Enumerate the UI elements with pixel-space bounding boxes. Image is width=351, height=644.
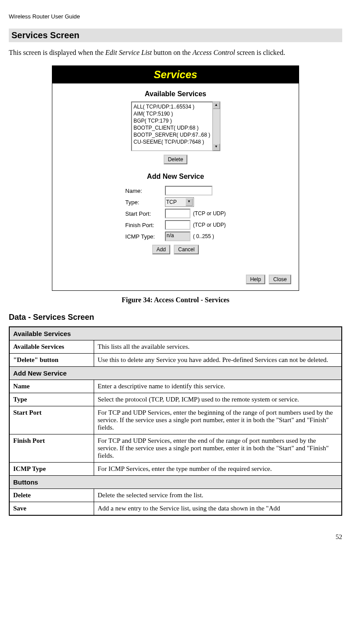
data-section-heading: Data - Services Screen — [9, 313, 342, 322]
row-label: Available Services — [9, 340, 94, 354]
intro-paragraph: This screen is displayed when the Edit S… — [9, 49, 342, 57]
table-section-header: Available Services — [9, 327, 342, 340]
dialog-title: Services — [52, 66, 299, 83]
table-row: Type Select the protocol (TCP, UDP, ICMP… — [9, 393, 342, 406]
start-port-input[interactable] — [165, 209, 190, 218]
page-number: 52 — [9, 533, 342, 541]
row-label: Save — [9, 502, 94, 516]
list-item[interactable]: BGP( TCP:179 ) — [133, 117, 219, 124]
row-text: This lists all the available services. — [94, 340, 342, 354]
delete-button[interactable]: Delete — [164, 155, 188, 164]
add-button[interactable]: Add — [152, 245, 170, 254]
list-item[interactable]: CU-SEEME( TCP/UDP:7648 ) — [133, 138, 219, 145]
table-row: Name Enter a descriptive name to identif… — [9, 380, 342, 393]
table-section-header: Buttons — [9, 476, 342, 489]
start-port-label: Start Port: — [125, 210, 165, 217]
row-text: For ICMP Services, enter the type number… — [94, 463, 342, 476]
icmp-suffix: ( 0..255 ) — [193, 233, 214, 239]
scroll-down-icon[interactable]: ▼ — [213, 144, 220, 151]
list-item[interactable]: AIM( TCP:5190 ) — [133, 110, 219, 117]
section-cell: Available Services — [9, 327, 342, 340]
table-row: Delete Delete the selected service from … — [9, 489, 342, 502]
scrollbar[interactable]: ▲ ▼ — [212, 101, 220, 151]
chevron-down-icon: ▼ — [186, 198, 193, 206]
row-text: Delete the selected service from the lis… — [94, 489, 342, 502]
table-section-header: Add New Service — [9, 367, 342, 380]
scroll-up-icon[interactable]: ▲ — [213, 102, 220, 109]
icmp-type-input: n/a — [165, 232, 190, 241]
table-row: Start Port For TCP and UDP Services, ent… — [9, 406, 342, 434]
table-row: Available Services This lists all the av… — [9, 340, 342, 354]
close-button[interactable]: Close — [269, 275, 291, 284]
section-cell: Buttons — [9, 476, 342, 489]
table-row: Finish Port For TCP and UDP Services, en… — [9, 434, 342, 463]
row-text: For TCP and UDP Services, enter the end … — [94, 434, 342, 463]
figure-container: Services Available Services ALL( TCP/UDP… — [9, 65, 342, 304]
finish-port-label: Finish Port: — [125, 222, 165, 228]
type-label: Type: — [125, 199, 165, 206]
table-row: Save Add a new entry to the Service list… — [9, 502, 342, 516]
list-item[interactable]: BOOTP_CLIENT( UDP:68 ) — [133, 124, 219, 131]
row-text: Select the protocol (TCP, UDP, ICMP) use… — [94, 393, 342, 406]
name-input[interactable] — [165, 186, 212, 195]
add-service-heading: Add New Service — [66, 173, 285, 181]
finish-port-input[interactable] — [165, 220, 190, 230]
section-cell: Add New Service — [9, 367, 342, 380]
list-item[interactable]: BOOTP_SERVER( UDP:67..68 ) — [133, 131, 219, 138]
row-text: Use this to delete any Service you have … — [94, 354, 342, 367]
services-dialog: Services Available Services ALL( TCP/UDP… — [52, 65, 299, 291]
port-suffix: (TCP or UDP) — [193, 222, 226, 228]
section-title: Services Screen — [9, 29, 342, 42]
row-label: ICMP Type — [9, 463, 94, 476]
list-item[interactable]: ALL( TCP/UDP:1..65534 ) — [133, 103, 219, 110]
help-button[interactable]: Help — [246, 275, 266, 284]
page-header: Wireless Router User Guide — [9, 13, 342, 20]
table-row: ICMP Type For ICMP Services, enter the t… — [9, 463, 342, 476]
available-services-heading: Available Services — [66, 90, 285, 98]
row-text: Enter a descriptive name to identify thi… — [94, 380, 342, 393]
row-text: For TCP and UDP Services, enter the begi… — [94, 406, 342, 434]
row-label: Delete — [9, 489, 94, 502]
icmp-type-label: ICMP Type: — [125, 233, 165, 240]
row-label: Type — [9, 393, 94, 406]
row-text: Add a new entry to the Service list, usi… — [94, 502, 342, 516]
row-label: Name — [9, 380, 94, 393]
data-table: Available Services Available Services Th… — [9, 326, 342, 516]
port-suffix: (TCP or UDP) — [193, 210, 226, 217]
name-label: Name: — [125, 188, 165, 194]
type-select[interactable]: TCP ▼ — [165, 197, 194, 207]
cancel-button[interactable]: Cancel — [174, 245, 199, 254]
figure-caption: Figure 34: Access Control - Services — [9, 296, 342, 304]
row-label: "Delete" button — [9, 354, 94, 367]
table-row: "Delete" button Use this to delete any S… — [9, 354, 342, 367]
row-label: Finish Port — [9, 434, 94, 463]
row-label: Start Port — [9, 406, 94, 434]
services-listbox[interactable]: ALL( TCP/UDP:1..65534 ) AIM( TCP:5190 ) … — [131, 101, 220, 151]
